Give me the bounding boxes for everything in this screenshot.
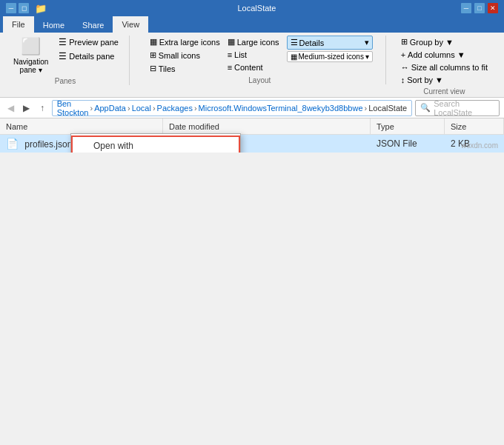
layout-icon1: ▦: [150, 37, 157, 47]
details-dropdown[interactable]: ☰ Details ▾: [287, 36, 373, 50]
panes-content: ⬜ Navigationpane ▾ ☰ Preview pane ☰ Deta…: [9, 36, 122, 76]
title-bar: ─ ◻ 📁 LocalState ─ □ ✕: [0, 0, 504, 16]
main-content: Name Date modified Type Size 📄 profiles.…: [0, 118, 504, 153]
extra-large-icons-btn[interactable]: ▦ Extra large icons: [147, 36, 223, 48]
ribbon-group-panes: ⬜ Navigationpane ▾ ☰ Preview pane ☰ Deta…: [6, 36, 130, 85]
ribbon: ⬜ Navigationpane ▾ ☰ Preview pane ☰ Deta…: [0, 33, 504, 98]
tab-file[interactable]: File: [3, 16, 34, 33]
panes-label: Panes: [55, 76, 76, 85]
path-segment-5[interactable]: LocalState: [368, 104, 407, 113]
file-icon: 📄: [6, 138, 19, 150]
title-bar-restore[interactable]: ◻: [19, 3, 29, 13]
size-all-btn[interactable]: ↔ Size all columns to fit: [398, 61, 491, 73]
col-date[interactable]: Date modified: [163, 118, 371, 134]
medium-dropdown-arrow: ▾: [365, 53, 369, 61]
col-type[interactable]: Type: [371, 118, 445, 134]
path-segment-2[interactable]: Local: [132, 104, 151, 113]
layout-content: ▦ Extra large icons ⊞ Small icons ⊟ Tile…: [147, 36, 373, 75]
layout-col2: ▦ Large icons ≡ List ≡ Content: [225, 36, 282, 73]
small-icons-btn[interactable]: ⊞ Small icons: [147, 49, 223, 61]
search-icon: 🔍: [420, 103, 431, 113]
tiles-btn[interactable]: ⊟ Tiles: [147, 62, 223, 75]
file-area: Name Date modified Type Size 📄 profiles.…: [0, 118, 504, 153]
medium-icons-dropdown[interactable]: ▦ Medium-sized icons ▾: [287, 51, 373, 62]
file-type: JSON File: [371, 137, 445, 150]
layout-icon2: ▦: [228, 37, 235, 47]
content-btn[interactable]: ≡ Content: [225, 61, 282, 73]
add-col-icon: +: [401, 50, 405, 59]
tab-share[interactable]: Share: [73, 18, 113, 33]
dropdown-arrow: ▾: [365, 38, 369, 47]
window-title: LocalState: [53, 4, 461, 13]
open-with-label: Open with: [93, 141, 133, 151]
watermark: wsxdn.com: [461, 141, 498, 150]
layout-col1: ▦ Extra large icons ⊞ Small icons ⊟ Tile…: [147, 36, 223, 75]
up-button[interactable]: ↑: [36, 101, 48, 116]
path-segment-4[interactable]: Microsoft.WindowsTerminal_8wekyb3d8bbwe: [199, 104, 363, 113]
layout-icon3: ⊞: [150, 50, 156, 60]
preview-pane-btn[interactable]: ☰ Preview pane: [56, 36, 122, 49]
tab-home[interactable]: Home: [34, 18, 73, 33]
group-by-btn[interactable]: ⊞ Group by ▼: [398, 36, 491, 48]
layout-icon6: ≡: [228, 63, 232, 72]
context-menu: Open with 🌐 Upload with ShareX 📦 7-Zip ▶…: [70, 133, 241, 153]
navigation-pane-btn[interactable]: ⬜ Navigationpane ▾: [9, 36, 53, 76]
title-bar-minimize-btn[interactable]: ─: [461, 3, 471, 13]
details-selected-icon: ☰: [291, 38, 298, 47]
col-size[interactable]: Size: [445, 118, 504, 134]
details-icon: ☰: [59, 51, 67, 61]
title-bar-close-btn[interactable]: ✕: [488, 3, 498, 13]
back-button[interactable]: ◀: [4, 101, 17, 116]
current-view-label: Current view: [423, 86, 465, 96]
tab-view[interactable]: View: [113, 16, 148, 33]
size-icon: ↔: [401, 63, 409, 72]
pane-buttons: ☰ Preview pane ☰ Details pane: [56, 36, 122, 63]
title-bar-icons: ─ ◻: [6, 3, 29, 13]
sort-icon: ↕: [401, 76, 405, 84]
path-segment-0[interactable]: Ben Stockton: [57, 99, 89, 117]
list-btn[interactable]: ≡ List: [225, 49, 282, 61]
layout-icon4: ≡: [228, 50, 232, 59]
address-bar: ◀ ▶ ↑ Ben Stockton › AppData › Local › P…: [0, 98, 504, 118]
address-path[interactable]: Ben Stockton › AppData › Local › Package…: [52, 100, 413, 116]
current-view-content: ⊞ Group by ▼ + Add columns ▼ ↔ Size all …: [398, 36, 491, 86]
ribbon-group-current-view: ⊞ Group by ▼ + Add columns ▼ ↔ Size all …: [395, 36, 498, 96]
ribbon-group-layout: ▦ Extra large icons ⊞ Small icons ⊟ Tile…: [139, 36, 386, 84]
title-bar-maximize-btn[interactable]: □: [474, 3, 485, 13]
ribbon-tabs: File Home Share View: [0, 16, 504, 33]
col-name[interactable]: Name: [0, 118, 163, 134]
path-segment-3[interactable]: Packages: [157, 104, 193, 113]
medium-icon: ▦: [291, 53, 297, 61]
nav-pane-icon: ⬜: [21, 37, 41, 56]
layout-icon5: ⊟: [150, 64, 156, 73]
search-placeholder: Search LocalState: [434, 99, 494, 117]
forward-button[interactable]: ▶: [20, 101, 33, 116]
details-pane-btn[interactable]: ☰ Details pane: [56, 50, 122, 63]
sort-by-btn[interactable]: ↕ Sort by ▼: [398, 74, 491, 86]
column-headers: Name Date modified Type Size: [0, 118, 504, 135]
group-icon: ⊞: [401, 37, 408, 47]
preview-icon: ☰: [59, 37, 67, 47]
title-bar-minimize[interactable]: ─: [6, 3, 16, 13]
current-view-col: ⊞ Group by ▼ + Add columns ▼ ↔ Size all …: [398, 36, 491, 86]
search-box[interactable]: 🔍 Search LocalState: [415, 100, 500, 116]
layout-dropdown-area: ☰ Details ▾ ▦ Medium-sized icons ▾: [287, 36, 373, 62]
file-name: profiles.json: [24, 139, 72, 150]
path-segment-1[interactable]: AppData: [94, 104, 126, 113]
large-icons-btn[interactable]: ▦ Large icons: [225, 36, 282, 48]
add-columns-btn[interactable]: + Add columns ▼: [398, 49, 491, 61]
layout-label: Layout: [248, 75, 271, 84]
ctx-open-with[interactable]: Open with: [71, 135, 240, 153]
